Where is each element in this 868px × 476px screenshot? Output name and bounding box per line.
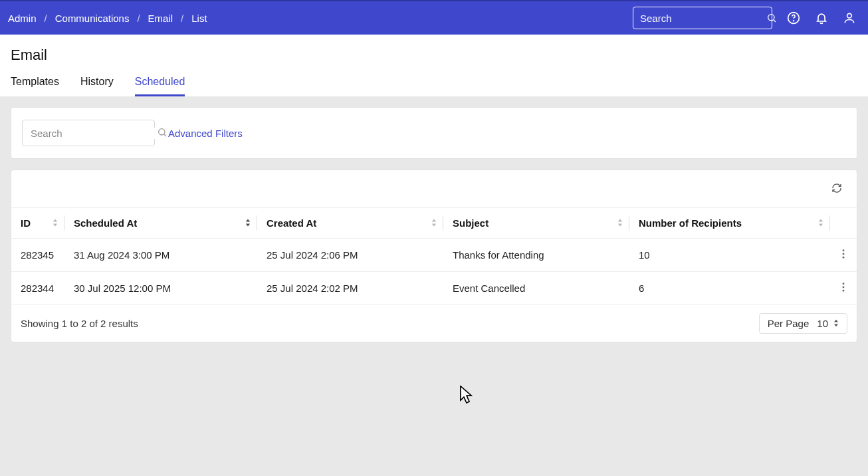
- per-page-label: Per Page: [768, 318, 810, 329]
- results-summary: Showing 1 to 2 of 2 results: [21, 318, 138, 329]
- cell-scheduled-at: 31 Aug 2024 3:00 PM: [64, 239, 257, 272]
- per-page-value: 10: [817, 318, 828, 329]
- sort-icon: [245, 217, 251, 229]
- tab-history[interactable]: History: [80, 76, 114, 96]
- breadcrumb-separator: /: [132, 13, 145, 24]
- svg-marker-11: [432, 219, 436, 221]
- per-page-selector[interactable]: Per Page 10: [759, 313, 847, 334]
- advanced-filters-link[interactable]: Advanced Filters: [168, 128, 243, 139]
- sort-icon: [818, 217, 823, 229]
- sort-icon: [431, 217, 437, 229]
- page-header: Email Templates History Scheduled: [0, 35, 868, 96]
- svg-point-4: [847, 13, 852, 18]
- svg-marker-23: [834, 320, 838, 322]
- svg-point-17: [843, 249, 845, 251]
- svg-point-5: [159, 128, 165, 134]
- refresh-icon[interactable]: [831, 183, 842, 195]
- per-page-value-wrap: 10: [817, 318, 839, 329]
- cell-created-at: 25 Jul 2024 2:06 PM: [257, 239, 443, 272]
- cell-subject: Event Cancelled: [443, 272, 629, 305]
- sort-icon: [53, 217, 58, 229]
- top-header: Admin / Communications / Email / List: [0, 0, 868, 35]
- cell-subject: Thanks for Attending: [443, 239, 629, 272]
- column-header-scheduled-at[interactable]: Scheduled At: [64, 208, 257, 239]
- page-title: Email: [11, 47, 857, 64]
- svg-marker-10: [246, 223, 250, 226]
- cell-recipients: 6: [629, 272, 830, 305]
- column-header-actions: [830, 208, 857, 239]
- svg-marker-16: [819, 223, 823, 226]
- column-label: Subject: [453, 217, 488, 229]
- svg-point-20: [843, 283, 845, 285]
- filter-panel: Advanced Filters: [11, 107, 857, 159]
- table-search[interactable]: [22, 120, 155, 146]
- global-search-input[interactable]: [640, 13, 766, 24]
- column-header-subject[interactable]: Subject: [443, 208, 629, 239]
- sort-icon: [617, 217, 623, 229]
- cell-id: 282344: [11, 272, 64, 305]
- table-header-row: ID Scheduled At Created: [11, 208, 857, 239]
- column-label: ID: [21, 217, 31, 229]
- user-icon[interactable]: [843, 11, 856, 25]
- svg-point-18: [843, 253, 845, 255]
- chevron-sort-icon: [833, 318, 839, 329]
- svg-marker-9: [246, 219, 250, 221]
- svg-marker-15: [819, 219, 823, 221]
- svg-marker-24: [834, 324, 838, 327]
- svg-marker-13: [618, 219, 622, 221]
- row-actions-button[interactable]: [830, 239, 857, 272]
- breadcrumb-separator: /: [39, 13, 53, 24]
- table-row[interactable]: 282344 30 Jul 2025 12:00 PM 25 Jul 2024 …: [11, 272, 857, 305]
- svg-marker-12: [432, 223, 436, 226]
- search-icon: [766, 11, 777, 25]
- row-actions-button[interactable]: [830, 272, 857, 305]
- column-header-id[interactable]: ID: [11, 208, 64, 239]
- cursor-icon: [460, 386, 475, 406]
- svg-point-3: [794, 21, 794, 21]
- column-header-recipients[interactable]: Number of Recipients: [629, 208, 830, 239]
- table-search-input[interactable]: [31, 128, 157, 139]
- notifications-icon[interactable]: [815, 11, 828, 25]
- svg-marker-25: [461, 386, 471, 403]
- help-icon[interactable]: [787, 11, 800, 25]
- table-row[interactable]: 282345 31 Aug 2024 3:00 PM 25 Jul 2024 2…: [11, 239, 857, 272]
- column-label: Created At: [267, 217, 316, 229]
- svg-point-21: [843, 287, 845, 289]
- svg-point-0: [768, 15, 774, 21]
- table-toolbar: [11, 170, 857, 207]
- search-icon: [157, 127, 167, 140]
- column-label: Scheduled At: [74, 217, 137, 229]
- breadcrumb-separator: /: [175, 13, 189, 24]
- cell-created-at: 25 Jul 2024 2:02 PM: [257, 272, 443, 305]
- breadcrumb: Admin / Communications / Email / List: [5, 13, 210, 24]
- tab-templates[interactable]: Templates: [11, 76, 59, 96]
- scheduled-emails-table: ID Scheduled At Created: [11, 207, 857, 305]
- svg-point-22: [843, 290, 845, 292]
- content: Advanced Filters ID: [0, 96, 868, 353]
- global-search[interactable]: [633, 7, 772, 29]
- breadcrumb-email[interactable]: Email: [146, 13, 176, 24]
- svg-marker-14: [618, 223, 622, 226]
- breadcrumb-communications[interactable]: Communications: [53, 13, 132, 24]
- kebab-icon: [842, 249, 845, 261]
- breadcrumb-admin[interactable]: Admin: [5, 13, 39, 24]
- svg-point-19: [843, 257, 845, 259]
- table-body: 282345 31 Aug 2024 3:00 PM 25 Jul 2024 2…: [11, 239, 857, 305]
- tab-scheduled[interactable]: Scheduled: [135, 76, 185, 96]
- cell-id: 282345: [11, 239, 64, 272]
- filter-bar: Advanced Filters: [11, 108, 857, 158]
- column-header-created-at[interactable]: Created At: [257, 208, 443, 239]
- breadcrumb-current: List: [189, 13, 209, 24]
- cell-recipients: 10: [629, 239, 830, 272]
- table-footer: Showing 1 to 2 of 2 results Per Page 10: [11, 305, 857, 342]
- header-actions: [633, 7, 856, 29]
- tabs: Templates History Scheduled: [11, 76, 857, 96]
- svg-marker-7: [53, 219, 57, 221]
- kebab-icon: [842, 283, 845, 294]
- svg-line-1: [774, 20, 776, 22]
- svg-line-6: [164, 134, 166, 136]
- cell-scheduled-at: 30 Jul 2025 12:00 PM: [64, 272, 257, 305]
- table-panel: ID Scheduled At Created: [11, 170, 857, 342]
- column-label: Number of Recipients: [639, 217, 742, 229]
- svg-marker-8: [53, 223, 57, 226]
